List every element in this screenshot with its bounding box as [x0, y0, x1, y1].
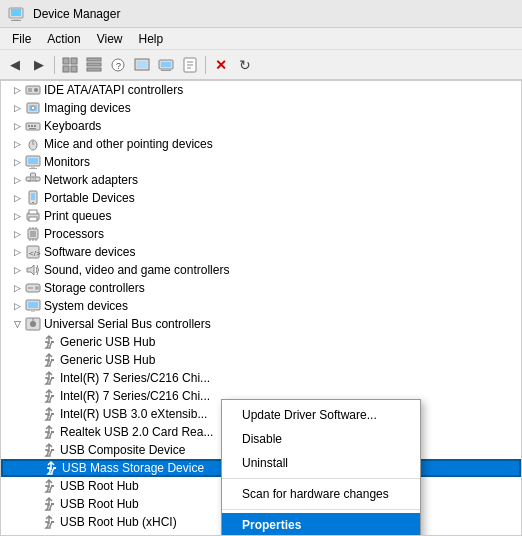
svg-rect-39: [29, 168, 37, 169]
expander-placeholder: [25, 370, 41, 386]
mass-storage-label: USB Mass Storage Device: [62, 461, 204, 475]
tree-item-sound[interactable]: ▷ Sound, video and game controllers: [1, 261, 521, 279]
svg-point-74: [45, 359, 47, 361]
toolbar-separator-2: [205, 56, 206, 74]
expander-network[interactable]: ▷: [9, 172, 25, 188]
svg-rect-47: [31, 193, 35, 200]
keyboard-icon: [25, 118, 41, 134]
back-button[interactable]: ◀: [4, 54, 26, 76]
tree-item-software[interactable]: ▷ </> Software devices: [1, 243, 521, 261]
composite-label: USB Composite Device: [60, 443, 185, 457]
toolbar-separator-1: [54, 56, 55, 74]
expander-placeholder: [25, 424, 41, 440]
svg-point-72: [45, 341, 47, 343]
svg-rect-79: [51, 395, 54, 397]
tree-item-print[interactable]: ▷ Print queues: [1, 207, 521, 225]
ctx-properties[interactable]: Properties: [222, 513, 420, 536]
refresh-button[interactable]: ↻: [234, 54, 256, 76]
tree-item-storage[interactable]: ▷ Storage controllers: [1, 279, 521, 297]
computer-button[interactable]: [155, 54, 177, 76]
ctx-disable[interactable]: Disable: [222, 427, 420, 451]
menu-bar: File Action View Help: [0, 28, 522, 50]
mouse-icon: [25, 136, 41, 152]
expander-keyboards[interactable]: ▷: [9, 118, 25, 134]
expander-storage[interactable]: ▷: [9, 280, 25, 296]
properties-button[interactable]: [179, 54, 201, 76]
title-bar: Device Manager: [0, 0, 522, 28]
expander-placeholder: [25, 334, 41, 350]
expander-software[interactable]: ▷: [9, 244, 25, 260]
svg-rect-33: [29, 128, 36, 129]
tree-item-processors[interactable]: ▷ Processors: [1, 225, 521, 243]
intel-1-label: Intel(R) 7 Series/C216 Chi...: [60, 371, 210, 385]
svg-rect-18: [161, 70, 171, 71]
view-toggle-1[interactable]: [59, 54, 81, 76]
expander-sound[interactable]: ▷: [9, 262, 25, 278]
forward-button[interactable]: ▶: [28, 54, 50, 76]
storage-label: Storage controllers: [44, 281, 145, 295]
tree-item-ide[interactable]: ▷ IDE ATA/ATAPI controllers: [1, 81, 521, 99]
delete-button[interactable]: ✕: [210, 54, 232, 76]
expander-monitors[interactable]: ▷: [9, 154, 25, 170]
keyboards-label: Keyboards: [44, 119, 101, 133]
menu-view[interactable]: View: [89, 30, 131, 48]
view-toggle-2[interactable]: [83, 54, 105, 76]
ctx-uninstall[interactable]: Uninstall: [222, 451, 420, 475]
portable-label: Portable Devices: [44, 191, 135, 205]
menu-file[interactable]: File: [4, 30, 39, 48]
ide-label: IDE ATA/ATAPI controllers: [44, 83, 183, 97]
expander-mice[interactable]: ▷: [9, 136, 25, 152]
expander-portable[interactable]: ▷: [9, 190, 25, 206]
expander-placeholder: [25, 352, 41, 368]
intel-usb3-label: Intel(R) USB 3.0 eXtensib...: [60, 407, 207, 421]
help-button[interactable]: ?: [107, 54, 129, 76]
menu-action[interactable]: Action: [39, 30, 88, 48]
realtek-label: Realtek USB 2.0 Card Rea...: [60, 425, 213, 439]
expander-processors[interactable]: ▷: [9, 226, 25, 242]
intel-2-label: Intel(R) 7 Series/C216 Chi...: [60, 389, 210, 403]
expander-system[interactable]: ▷: [9, 298, 25, 314]
expander-imaging[interactable]: ▷: [9, 100, 25, 116]
usb-icon-8: [43, 460, 59, 476]
svg-rect-68: [31, 310, 35, 312]
svg-rect-30: [28, 125, 30, 127]
ctx-scan[interactable]: Scan for hardware changes: [222, 482, 420, 506]
tree-item-keyboards[interactable]: ▷ Keyboards: [1, 117, 521, 135]
usb-icon-1: [41, 334, 57, 350]
tree-item-monitors[interactable]: ▷ Monitors: [1, 153, 521, 171]
svg-rect-87: [53, 467, 56, 469]
svg-rect-16: [161, 62, 171, 67]
svg-point-88: [45, 485, 47, 487]
tree-item-generic-hub-1[interactable]: Generic USB Hub: [1, 333, 521, 351]
tree-item-mice[interactable]: ▷ Mice and other pointing devices: [1, 135, 521, 153]
expander-placeholder: [27, 460, 43, 476]
tree-item-system[interactable]: ▷ System devices: [1, 297, 521, 315]
expander-print[interactable]: ▷: [9, 208, 25, 224]
usb-icon-4: [41, 388, 57, 404]
svg-rect-93: [51, 521, 54, 523]
svg-rect-24: [28, 88, 32, 92]
tree-item-usb-root[interactable]: ▽ Universal Serial Bus controllers: [1, 315, 521, 333]
expander-placeholder: [25, 496, 41, 512]
svg-point-86: [47, 467, 49, 469]
view3-button[interactable]: [131, 54, 153, 76]
usb-icon-2: [41, 352, 57, 368]
svg-point-64: [35, 286, 39, 290]
expander-usb[interactable]: ▽: [9, 316, 25, 332]
network-label: Network adapters: [44, 173, 138, 187]
ctx-update-driver[interactable]: Update Driver Software...: [222, 403, 420, 427]
tree-item-network[interactable]: ▷ Network adapters: [1, 171, 521, 189]
tree-item-generic-hub-2[interactable]: Generic USB Hub: [1, 351, 521, 369]
ide-icon: [25, 82, 41, 98]
expander-placeholder: [25, 388, 41, 404]
tree-item-portable[interactable]: ▷ Portable Devices: [1, 189, 521, 207]
device-tree[interactable]: ▷ IDE ATA/ATAPI controllers ▷ Imaging de…: [0, 80, 522, 536]
svg-rect-41: [35, 177, 40, 181]
tree-item-intel-1[interactable]: Intel(R) 7 Series/C216 Chi...: [1, 369, 521, 387]
tree-item-imaging[interactable]: ▷ Imaging devices: [1, 99, 521, 117]
system-label: System devices: [44, 299, 128, 313]
menu-help[interactable]: Help: [131, 30, 172, 48]
expander-ide[interactable]: ▷: [9, 82, 25, 98]
sound-label: Sound, video and game controllers: [44, 263, 229, 277]
usb-icon-10: [41, 496, 57, 512]
